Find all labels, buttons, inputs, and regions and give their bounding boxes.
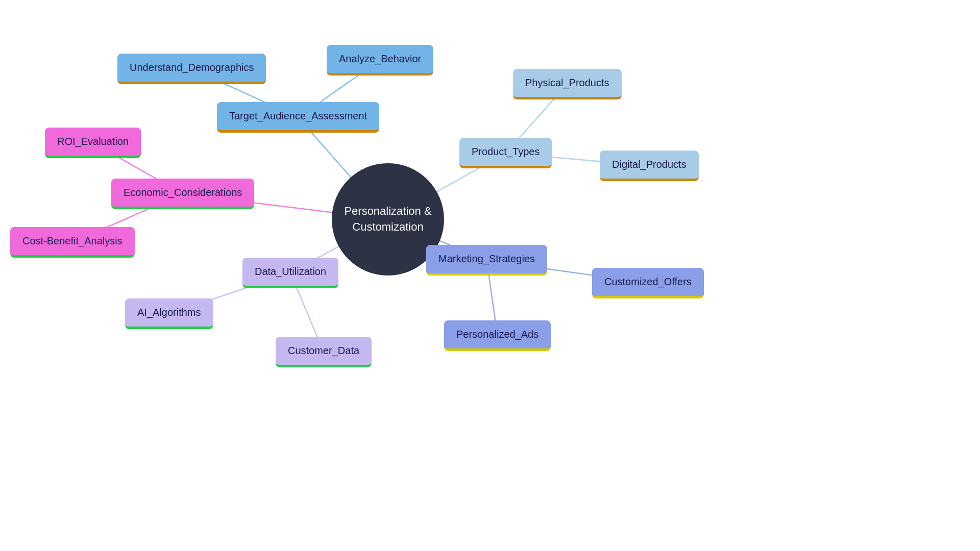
node-customer-data[interactable]: Customer_Data (276, 337, 372, 367)
node-product-types[interactable]: Product_Types (459, 138, 552, 168)
node-target-audience[interactable]: Target_Audience_Assessment (217, 102, 379, 133)
node-physical-products[interactable]: Physical_Products (513, 69, 622, 99)
node-label: Digital_Products (612, 159, 687, 170)
node-label: Cost-Benefit_Analysis (22, 235, 122, 246)
node-label: Marketing_Strategies (438, 253, 535, 264)
node-label: Target_Audience_Assessment (229, 110, 367, 121)
node-label: Analyze_Behavior (339, 53, 421, 64)
node-label: Physical_Products (525, 77, 609, 88)
node-analyze-behavior[interactable]: Analyze_Behavior (327, 45, 433, 76)
node-personalized-ads[interactable]: Personalized_Ads (444, 320, 551, 351)
node-label: Product_Types (472, 146, 540, 157)
node-label: Understand_Demographics (130, 62, 254, 73)
node-label: Economic_Considerations (124, 187, 242, 198)
node-label: AI_Algorithms (137, 307, 201, 318)
node-cost-benefit[interactable]: Cost-Benefit_Analysis (10, 227, 135, 258)
node-data-utilization[interactable]: Data_Utilization (242, 258, 338, 288)
node-marketing-strategies[interactable]: Marketing_Strategies (426, 245, 547, 276)
node-label: Customer_Data (288, 345, 359, 356)
node-ai-algorithms[interactable]: AI_Algorithms (125, 298, 213, 329)
node-label: Personalized_Ads (456, 329, 538, 340)
node-digital-products[interactable]: Digital_Products (600, 151, 699, 181)
node-label: ROI_Evaluation (57, 136, 129, 147)
node-roi-evaluation[interactable]: ROI_Evaluation (45, 128, 141, 158)
node-understand-demographics[interactable]: Understand_Demographics (117, 54, 266, 84)
center-node-label: Personalization & Customization (332, 204, 444, 235)
node-label: Customized_Offers (604, 276, 692, 287)
node-economic-considerations[interactable]: Economic_Considerations (111, 179, 254, 209)
node-customized-offers[interactable]: Customized_Offers (592, 268, 704, 298)
node-label: Data_Utilization (255, 266, 326, 277)
